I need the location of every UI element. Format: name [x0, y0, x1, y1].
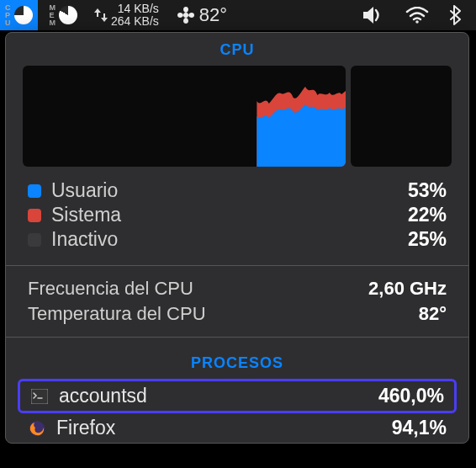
cpu-section-title: CPU — [6, 33, 468, 66]
cpu-legend: Usuario 53% Sistema 22% Inactivo 25% — [6, 167, 468, 257]
wifi-icon[interactable] — [405, 7, 429, 24]
legend-row-idle[interactable]: Inactivo 25% — [28, 227, 447, 252]
process-name: Firefox — [56, 417, 115, 439]
menubar-cpu-item[interactable]: C P U — [0, 0, 38, 30]
firefox-icon — [28, 419, 46, 438]
freq-value: 2,60 GHz — [368, 278, 447, 300]
process-list: accountsd 460,0% Firefox 94,1% — [6, 379, 468, 443]
net-up-value: 14 KB/s — [111, 3, 159, 15]
processes-section-title: PROCESOS — [6, 346, 468, 379]
stat-row-temperature[interactable]: Temperatura del CPU 82° — [28, 301, 447, 327]
cpu-stats: Frecuencia del CPU 2,60 GHz Temperatura … — [6, 274, 468, 328]
cpu-panel: CPU Usuario 53% Sistema 22% Inactivo 25% — [5, 32, 469, 444]
network-arrows-icon — [94, 7, 108, 24]
process-name: accountsd — [59, 385, 147, 407]
svg-point-0 — [183, 13, 188, 18]
mem-pie-icon — [59, 6, 77, 24]
menubar-sensors-item[interactable]: 82° — [171, 0, 232, 30]
net-down-value: 264 KB/s — [111, 15, 159, 28]
cpu-history-chart — [23, 66, 346, 167]
swatch-user — [28, 184, 41, 198]
mem-label: M E M — [50, 4, 56, 27]
temp-value: 82° — [419, 303, 447, 325]
terminal-icon — [30, 387, 49, 406]
legend-idle-value: 25% — [408, 228, 447, 251]
legend-system-label: Sistema — [51, 204, 121, 226]
network-speeds: 14 KB/s 264 KB/s — [111, 3, 159, 28]
menubar-network-item[interactable]: 14 KB/s 264 KB/s — [89, 0, 164, 30]
cpu-pie-icon — [14, 6, 33, 24]
menubar-mem-item[interactable]: M E M — [45, 0, 83, 30]
svg-rect-2 — [31, 389, 48, 404]
divider — [6, 337, 468, 338]
svg-point-1 — [415, 20, 419, 24]
stat-row-frequency[interactable]: Frecuencia del CPU 2,60 GHz — [28, 276, 447, 301]
legend-user-value: 53% — [408, 179, 447, 202]
cpu-charts — [6, 66, 468, 167]
process-row[interactable]: accountsd 460,0% — [18, 379, 457, 413]
temp-value: 82° — [199, 4, 227, 26]
cpu-cores-chart — [351, 66, 452, 167]
bluetooth-icon[interactable] — [449, 5, 461, 25]
process-row[interactable]: Firefox 94,1% — [18, 413, 457, 443]
fan-icon — [176, 5, 196, 25]
swatch-system — [28, 209, 41, 222]
process-value: 94,1% — [392, 417, 447, 439]
legend-system-value: 22% — [408, 204, 447, 226]
legend-idle-label: Inactivo — [51, 228, 118, 251]
temp-label: Temperatura del CPU — [28, 303, 206, 325]
cpu-label: C P U — [5, 4, 11, 27]
legend-row-user[interactable]: Usuario 53% — [28, 178, 447, 203]
menubar: C P U M E M 14 KB/s 264 KB/s — [0, 0, 476, 30]
legend-user-label: Usuario — [51, 179, 118, 202]
process-value: 460,0% — [378, 385, 444, 407]
volume-icon[interactable] — [363, 6, 385, 24]
freq-label: Frecuencia del CPU — [28, 278, 193, 300]
swatch-idle — [28, 233, 41, 247]
divider — [6, 265, 468, 266]
legend-row-system[interactable]: Sistema 22% — [28, 203, 447, 227]
